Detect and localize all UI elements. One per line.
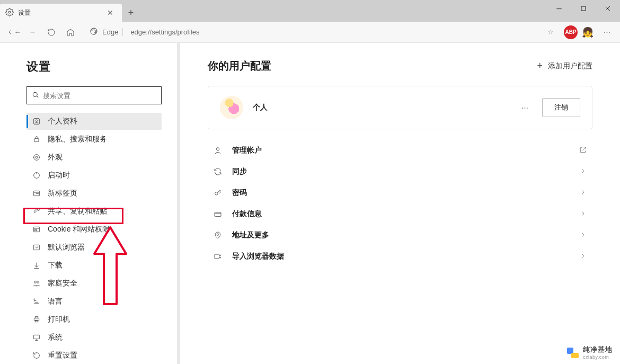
profile-link-0[interactable]: 管理帐户 [208,140,592,161]
sidebar-item-label: Cookie 和网站权限 [48,225,110,234]
link-icon [213,231,223,239]
sidebar-item-label: 家庭安全 [48,279,77,288]
watermark-line2: czlaby.com [583,354,613,360]
settings-sidebar: 设置 个人资料隐私、搜索和服务外观启动时新标签页共享、复制和粘贴Cookie 和… [0,43,180,364]
svg-point-39 [217,234,218,235]
profile-more-button[interactable]: ⋯ [517,102,533,114]
logout-button[interactable]: 注销 [542,98,580,117]
gear-icon [5,8,14,18]
address-url-text: edge://settings/profiles [127,28,199,36]
svg-point-7 [33,92,37,96]
browser-toolbar: ← → Edge edge://settings/profiles ☆ ABP … [0,22,620,43]
profile-name: 个人 [253,103,268,112]
svg-rect-2 [581,6,586,11]
sidebar-item-4[interactable]: 新标签页 [26,185,162,202]
watermark: 纯净基地 czlaby.com [567,345,613,360]
sidebar-item-5[interactable]: 共享、复制和粘贴 [26,203,162,220]
sidebar-item-12[interactable]: 系统 [26,329,162,346]
sidebar-item-7[interactable]: 默认浏览器 [26,239,162,256]
profile-link-3[interactable]: 付款信息 [208,203,592,225]
nav-home-button[interactable] [61,23,79,41]
tab-close-button[interactable]: ✕ [104,7,117,18]
sidebar-item-icon [32,315,41,324]
sidebar-item-11[interactable]: 打印机 [26,311,162,328]
extension-profile-icon[interactable]: 👧 [579,23,597,41]
sidebar-item-icon [32,225,41,234]
svg-rect-11 [34,139,39,142]
sidebar-item-13[interactable]: 重置设置 [26,347,162,364]
link-label: 同步 [232,167,247,176]
sidebar-item-label: 隐私、搜索和服务 [48,135,107,144]
extension-abp-icon[interactable]: ABP [564,25,578,39]
profile-link-2[interactable]: 密码 [208,182,592,203]
svg-point-12 [34,155,40,161]
window-close-button[interactable] [596,0,620,17]
svg-rect-30 [34,335,40,339]
new-tab-button[interactable]: + [122,4,140,22]
sidebar-item-icon [32,333,41,342]
svg-rect-16 [34,191,40,196]
nav-back-button[interactable]: ← [4,23,22,41]
link-label: 密码 [232,188,247,198]
svg-rect-37 [215,212,221,217]
settings-search-box[interactable] [26,86,162,104]
profile-avatar [220,96,243,119]
sidebar-item-2[interactable]: 外观 [26,149,162,166]
settings-search-input[interactable] [43,92,157,100]
chevron-right-icon [579,167,587,177]
sidebar-item-icon [32,207,41,216]
watermark-line1: 纯净基地 [583,345,613,354]
sidebar-item-label: 新标签页 [48,189,77,198]
profile-link-5[interactable]: 导入浏览器数据 [208,246,592,267]
sidebar-item-label: 共享、复制和粘贴 [48,207,107,216]
browser-menu-button[interactable]: ⋯ [598,23,616,41]
watermark-logo-icon [567,347,579,358]
nav-forward-button[interactable]: → [23,23,41,41]
address-bar[interactable]: Edge edge://settings/profiles ☆ [84,24,560,41]
sidebar-item-6[interactable]: Cookie 和网站权限 [26,221,162,238]
window-minimize-button[interactable] [547,0,571,17]
link-label: 地址及更多 [232,230,269,240]
link-label: 付款信息 [232,209,262,219]
sidebar-item-1[interactable]: 隐私、搜索和服务 [26,131,162,148]
search-icon [31,91,40,101]
sidebar-item-label: 外观 [48,153,63,162]
link-label: 导入浏览器数据 [232,252,284,261]
add-profile-button[interactable]: + 添加用户配置 [537,60,592,72]
sidebar-item-0[interactable]: 个人资料 [26,113,162,130]
link-icon [213,146,223,155]
sidebar-item-9[interactable]: 家庭安全 [26,275,162,292]
main-header-title: 你的用户配置 [208,59,271,73]
nav-refresh-button[interactable] [42,23,60,41]
sidebar-item-icon [32,135,41,144]
profile-link-4[interactable]: 地址及更多 [208,225,592,246]
sidebar-item-10[interactable]: 语言 [26,293,162,310]
svg-line-8 [37,96,38,97]
settings-nav: 个人资料隐私、搜索和服务外观启动时新标签页共享、复制和粘贴Cookie 和网站权… [26,113,164,364]
sidebar-item-3[interactable]: 启动时 [26,167,162,184]
address-app-label: Edge [102,28,123,36]
sidebar-item-icon [32,351,41,360]
link-icon [213,252,223,261]
svg-point-25 [34,281,36,283]
svg-rect-22 [34,245,40,250]
plus-icon: + [537,60,543,72]
browser-tab[interactable]: 设置 ✕ [0,4,122,22]
svg-point-36 [215,192,218,195]
sidebar-item-label: 打印机 [48,315,70,324]
favorite-star-icon[interactable]: ☆ [547,28,554,36]
sidebar-item-label: 个人资料 [48,117,77,126]
sidebar-item-icon [32,117,41,126]
sidebar-item-label: 系统 [48,333,63,342]
sidebar-item-icon [32,243,41,252]
sidebar-item-icon [32,153,41,162]
sidebar-item-8[interactable]: 下载 [26,257,162,274]
sidebar-item-icon [32,279,41,288]
window-maximize-button[interactable] [571,0,596,17]
settings-main: 你的用户配置 + 添加用户配置 个人 ⋯ 注销 管理帐户同步密码付款信息地址及更… [180,43,620,364]
svg-point-13 [36,156,38,158]
profile-link-1[interactable]: 同步 [208,161,592,182]
chevron-right-icon [579,209,587,219]
svg-rect-27 [34,318,39,321]
sidebar-item-label: 下载 [48,261,63,270]
